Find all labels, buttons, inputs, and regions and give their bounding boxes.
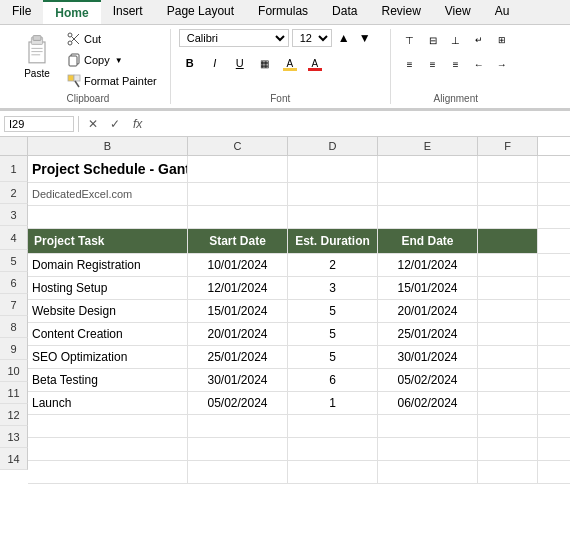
cell-b3[interactable] (28, 206, 188, 228)
cell-c6[interactable]: 12/01/2024 (188, 277, 288, 299)
cell-d7[interactable]: 5 (288, 300, 378, 322)
cell-c5[interactable]: 10/01/2024 (188, 254, 288, 276)
cell-f9[interactable] (478, 346, 538, 368)
cell-f14[interactable] (478, 461, 538, 483)
copy-dropdown-icon[interactable]: ▼ (115, 56, 123, 65)
tab-data[interactable]: Data (320, 0, 369, 24)
cell-d11[interactable]: 1 (288, 392, 378, 414)
wrap-text-button[interactable]: ↵ (468, 29, 490, 51)
row-num-4[interactable]: 4 (0, 226, 28, 250)
align-middle-button[interactable]: ⊟ (422, 29, 444, 51)
formula-confirm-button[interactable]: ✓ (105, 114, 125, 134)
align-right-button[interactable]: ≡ (445, 53, 467, 75)
row-num-9[interactable]: 9 (0, 338, 28, 360)
tab-review[interactable]: Review (369, 0, 432, 24)
tab-file[interactable]: File (0, 0, 43, 24)
cell-d6[interactable]: 3 (288, 277, 378, 299)
row-num-5[interactable]: 5 (0, 250, 28, 272)
decrease-font-size-button[interactable]: ▼ (356, 29, 374, 47)
col-header-d[interactable]: D (288, 137, 378, 155)
cell-f1[interactable] (478, 156, 538, 182)
tab-formulas[interactable]: Formulas (246, 0, 320, 24)
merge-center-button[interactable]: ⊞ (491, 29, 513, 51)
cell-e10[interactable]: 05/02/2024 (378, 369, 478, 391)
cell-c14[interactable] (188, 461, 288, 483)
cell-d10[interactable]: 6 (288, 369, 378, 391)
cell-c12[interactable] (188, 415, 288, 437)
cell-d1[interactable] (288, 156, 378, 182)
cell-d2[interactable] (288, 183, 378, 205)
cell-f12[interactable] (478, 415, 538, 437)
formula-cancel-button[interactable]: ✕ (83, 114, 103, 134)
cell-e2[interactable] (378, 183, 478, 205)
italic-button[interactable]: I (204, 52, 226, 74)
row-num-3[interactable]: 3 (0, 204, 28, 226)
cell-d9[interactable]: 5 (288, 346, 378, 368)
cell-d5[interactable]: 2 (288, 254, 378, 276)
row-num-12[interactable]: 12 (0, 404, 28, 426)
cell-e12[interactable] (378, 415, 478, 437)
cell-f3[interactable] (478, 206, 538, 228)
cell-d12[interactable] (288, 415, 378, 437)
row-num-13[interactable]: 13 (0, 426, 28, 448)
cell-e8[interactable]: 25/01/2024 (378, 323, 478, 345)
cell-b11[interactable]: Launch (28, 392, 188, 414)
cell-c10[interactable]: 30/01/2024 (188, 369, 288, 391)
bold-button[interactable]: B (179, 52, 201, 74)
row-num-1[interactable]: 1 (0, 156, 28, 182)
cell-c2[interactable] (188, 183, 288, 205)
cell-e11[interactable]: 06/02/2024 (378, 392, 478, 414)
cell-f4-header[interactable] (478, 229, 538, 253)
col-header-e[interactable]: E (378, 137, 478, 155)
row-num-14[interactable]: 14 (0, 448, 28, 470)
cell-b10[interactable]: Beta Testing (28, 369, 188, 391)
cell-d3[interactable] (288, 206, 378, 228)
row-num-10[interactable]: 10 (0, 360, 28, 382)
cell-c3[interactable] (188, 206, 288, 228)
align-center-button[interactable]: ≡ (422, 53, 444, 75)
cell-e3[interactable] (378, 206, 478, 228)
cell-reference-input[interactable] (4, 116, 74, 132)
col-header-b[interactable]: B (28, 137, 188, 155)
font-size-selector[interactable]: 12 (292, 29, 332, 47)
border-button[interactable]: ▦ (254, 52, 276, 74)
cut-button[interactable]: Cut (62, 29, 162, 49)
row-num-2[interactable]: 2 (0, 182, 28, 204)
cell-e13[interactable] (378, 438, 478, 460)
tab-home[interactable]: Home (43, 0, 100, 24)
format-painter-button[interactable]: Format Painter (62, 71, 162, 91)
cell-f8[interactable] (478, 323, 538, 345)
font-color-button[interactable]: A (304, 52, 326, 74)
row-num-8[interactable]: 8 (0, 316, 28, 338)
cell-e5[interactable]: 12/01/2024 (378, 254, 478, 276)
align-bottom-button[interactable]: ⊥ (445, 29, 467, 51)
cell-c9[interactable]: 25/01/2024 (188, 346, 288, 368)
cell-c8[interactable]: 20/01/2024 (188, 323, 288, 345)
cell-c1[interactable] (188, 156, 288, 182)
cell-c11[interactable]: 05/02/2024 (188, 392, 288, 414)
row-num-6[interactable]: 6 (0, 272, 28, 294)
cell-e7[interactable]: 20/01/2024 (378, 300, 478, 322)
formula-input[interactable] (150, 116, 566, 132)
cell-b1[interactable]: Project Schedule - Gantt Chart (28, 156, 188, 182)
cell-b12[interactable] (28, 415, 188, 437)
cell-c13[interactable] (188, 438, 288, 460)
cell-b8[interactable]: Content Creation (28, 323, 188, 345)
cell-e6[interactable]: 15/01/2024 (378, 277, 478, 299)
cell-b5[interactable]: Domain Registration (28, 254, 188, 276)
cell-b13[interactable] (28, 438, 188, 460)
row-num-7[interactable]: 7 (0, 294, 28, 316)
tab-insert[interactable]: Insert (101, 0, 155, 24)
cell-c7[interactable]: 15/01/2024 (188, 300, 288, 322)
col-header-c[interactable]: C (188, 137, 288, 155)
cell-f11[interactable] (478, 392, 538, 414)
align-left-button[interactable]: ≡ (399, 53, 421, 75)
decrease-indent-button[interactable]: ← (468, 53, 490, 75)
cell-d8[interactable]: 5 (288, 323, 378, 345)
cell-f10[interactable] (478, 369, 538, 391)
cell-e14[interactable] (378, 461, 478, 483)
cell-f6[interactable] (478, 277, 538, 299)
col-header-f[interactable]: F (478, 137, 538, 155)
cell-e1[interactable] (378, 156, 478, 182)
font-name-selector[interactable]: Calibri (179, 29, 289, 47)
